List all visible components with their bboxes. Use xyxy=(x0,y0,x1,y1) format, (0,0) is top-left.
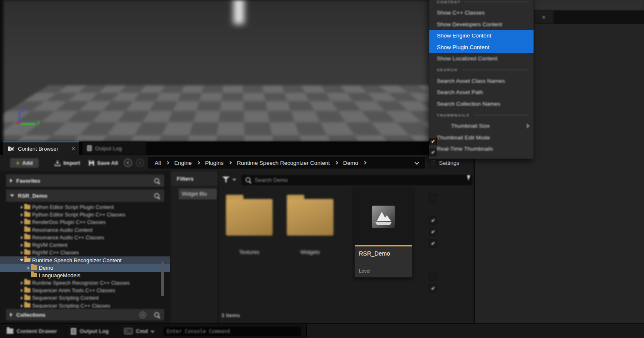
filter-dropdown-button[interactable] xyxy=(222,176,236,182)
tree-item-rigvm-c-classes[interactable]: RigVM C++ Classes xyxy=(0,249,170,256)
breadcrumb-item-demo[interactable]: Demo xyxy=(343,160,358,166)
folder-icon xyxy=(24,250,30,255)
tree-item-resonance-audio-c-classes[interactable]: Resonance Audio C++ Classes xyxy=(0,234,170,241)
expand-arrow-icon[interactable] xyxy=(10,179,13,183)
tree-item-rigvm-content[interactable]: RigVM Content xyxy=(0,241,170,249)
asset-tile-textures[interactable]: Textures xyxy=(225,188,273,255)
expand-arrow-icon[interactable] xyxy=(19,244,24,247)
expand-arrow-icon[interactable] xyxy=(26,266,31,270)
breadcrumb-item-plugins[interactable]: Plugins xyxy=(205,160,223,166)
favorites-section-header[interactable]: Favorites xyxy=(6,174,164,187)
back-button[interactable] xyxy=(124,159,132,167)
output-log-button[interactable]: Output Log xyxy=(71,324,109,338)
expand-arrow-icon[interactable] xyxy=(19,251,24,254)
expand-arrow-icon[interactable] xyxy=(19,281,24,285)
search-icon[interactable] xyxy=(154,312,160,318)
menu-item-show-developers-content[interactable]: Show Developers Content xyxy=(429,19,534,30)
tree-item-label: Python Editor Script Plugin Content xyxy=(32,204,114,210)
tree-item-sequencer-anim-tools-c-classes[interactable]: Sequencer Anim Tools C++ Classes xyxy=(0,287,170,294)
import-button[interactable]: Import xyxy=(54,158,80,168)
tree-item-runtime-speech-recognizer-content[interactable]: Runtime Speech Recognizer Content xyxy=(0,256,170,264)
breadcrumb-item-engine[interactable]: Engine xyxy=(174,160,192,166)
menu-item-show-plugin-content[interactable]: ✔Show Plugin Content xyxy=(429,42,534,53)
filters-header: Filters xyxy=(171,171,218,186)
search-icon[interactable] xyxy=(154,178,160,184)
menu-item-real-time-thumbnails[interactable]: ✔Real-Time Thumbnails xyxy=(429,143,534,155)
checkbox[interactable]: ✔ xyxy=(429,240,437,247)
expand-arrow-icon[interactable] xyxy=(19,289,24,292)
content-drawer-icon xyxy=(7,328,13,334)
menu-item-search-collection-names[interactable]: ✔Search Collection Names xyxy=(429,98,534,110)
tree-item-sequencer-scripting-content[interactable]: Sequencer Scripting Content xyxy=(0,294,170,302)
checkbox[interactable]: ✔ xyxy=(429,217,437,224)
tree-item-python-editor-script-plugin-c-classes[interactable]: Python Editor Script Plugin C++ Classes xyxy=(0,211,170,219)
breadcrumb-separator-icon xyxy=(335,161,338,164)
collections-section-header[interactable]: Collections + xyxy=(6,309,164,321)
right-panel-tab[interactable]: × xyxy=(534,10,554,24)
asset-search-box[interactable] xyxy=(241,175,472,185)
tree-item-resonance-audio-content[interactable]: Resonance Audio Content xyxy=(0,226,170,234)
asset-label: Textures xyxy=(239,249,259,255)
menu-item-search-asset-path[interactable]: ✔Search Asset Path xyxy=(429,87,534,98)
tab-output-log[interactable]: Output Log xyxy=(83,142,146,155)
collections-label: Collections xyxy=(16,312,45,318)
tree-item-renderdoc-plugin-c-classes[interactable]: RenderDoc Plugin C++ Classes xyxy=(0,219,170,226)
tree-item-sequencer-scripting-c-classes[interactable]: Sequencer Scripting C++ Classes xyxy=(0,302,170,308)
console-command-box[interactable] xyxy=(163,327,301,336)
tree-item-languagemodels[interactable]: LanguageModels xyxy=(0,272,170,279)
tree-item-label: RigVM C++ Classes xyxy=(32,250,79,256)
checkbox[interactable] xyxy=(429,273,437,281)
expand-arrow-icon[interactable] xyxy=(19,259,24,261)
menu-item-show-localized-content[interactable]: Show Localized Content xyxy=(429,53,534,65)
tree-item-runtime-speech-recognizer-c-classes[interactable]: Runtime Speech Recognizer C++ Classes xyxy=(0,279,170,287)
save-all-button[interactable]: Save All xyxy=(88,158,118,168)
search-icon[interactable] xyxy=(154,193,160,199)
tree-scrollbar[interactable] xyxy=(161,261,164,296)
filters-title: Filters xyxy=(177,176,194,182)
close-icon[interactable]: × xyxy=(542,14,546,20)
breadcrumb-item-runtime-speech-recognizer-content[interactable]: Runtime Speech Recognizer Content xyxy=(237,160,330,166)
tree-item-python-editor-script-plugin-content[interactable]: Python Editor Script Plugin Content xyxy=(0,204,170,211)
asset-card-rsr-demo[interactable]: RSR_DemoLevel xyxy=(354,188,413,278)
breadcrumb-item-all[interactable]: All xyxy=(155,160,161,166)
menu-item-show-c-classes[interactable]: ✔Show C++ Classes xyxy=(429,7,534,19)
content-drawer-button[interactable]: Content Drawer xyxy=(7,324,57,338)
add-button[interactable]: + Add xyxy=(10,158,39,168)
menu-item-thumbnail-size[interactable]: Thumbnail Size xyxy=(429,120,534,132)
checkbox[interactable]: ✔ xyxy=(429,285,437,292)
asset-search-input[interactable] xyxy=(255,177,469,183)
chevron-right-icon xyxy=(138,161,141,164)
menu-item-thumbnail-edit-mode[interactable]: Thumbnail Edit Mode xyxy=(429,132,534,144)
project-section-header[interactable]: RSR_Demo xyxy=(6,189,164,202)
content-browser-icon xyxy=(8,146,15,152)
expand-arrow-icon[interactable] xyxy=(19,296,24,300)
collapse-arrow-icon[interactable] xyxy=(10,194,14,197)
terminal-icon: >_ xyxy=(124,328,133,334)
tree-item-demo[interactable]: Demo xyxy=(0,264,170,272)
level-viewport[interactable]: Z Y xyxy=(0,0,475,142)
checkbox[interactable]: ✔ xyxy=(429,228,437,236)
menu-item-show-engine-content[interactable]: ✔Show Engine Content xyxy=(429,30,534,42)
console-command-input[interactable] xyxy=(167,328,298,334)
cmd-selector[interactable]: >_ Cmd xyxy=(124,324,154,338)
checkbox[interactable] xyxy=(429,160,437,168)
plus-icon: + xyxy=(16,159,20,167)
expand-arrow-icon[interactable] xyxy=(19,206,24,209)
forward-button[interactable] xyxy=(136,159,144,167)
path-dropdown-chevron-icon[interactable] xyxy=(414,160,419,164)
tab-content-browser[interactable]: Content Browser × xyxy=(3,142,79,155)
expand-arrow-icon[interactable] xyxy=(19,221,24,224)
expand-arrow-icon[interactable] xyxy=(19,304,24,308)
expand-arrow-icon[interactable] xyxy=(19,236,24,239)
expand-arrow-icon[interactable] xyxy=(19,213,24,216)
asset-tile-widgets[interactable]: Widgets xyxy=(286,188,334,255)
checkbox[interactable] xyxy=(429,194,437,202)
expand-arrow-icon[interactable] xyxy=(10,313,13,317)
add-collection-icon[interactable]: + xyxy=(140,312,146,318)
menu-item-label: Thumbnail Size xyxy=(451,123,490,129)
filter-chip-widget-blu[interactable]: Widget Blu xyxy=(175,189,217,199)
menu-item-search-asset-class-names[interactable]: ✔Search Asset Class Names xyxy=(429,75,534,87)
arrow-glyph xyxy=(21,206,23,209)
close-icon[interactable]: × xyxy=(72,146,75,152)
folder-icon xyxy=(24,288,30,293)
